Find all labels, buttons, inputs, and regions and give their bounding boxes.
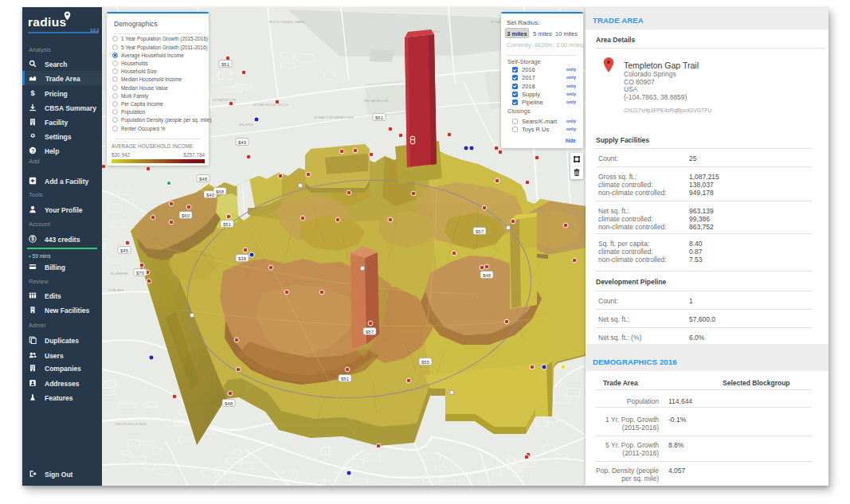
svg-text:$51: $51	[221, 62, 230, 67]
svg-text:$49: $49	[238, 140, 247, 145]
svg-text:$48: $48	[483, 273, 492, 278]
svg-text:$51: $51	[223, 222, 232, 227]
svg-text:KELKER: KELKER	[239, 123, 253, 127]
svg-text:ROCK CREEK PARK: ROCK CREEK PARK	[269, 20, 304, 24]
svg-text:$57: $57	[366, 330, 374, 334]
svg-text:STRATTON MEADOWS: STRATTON MEADOWS	[314, 115, 354, 119]
svg-text:$70: $70	[136, 271, 145, 275]
svg-text:STRATMOOR HILLS: STRATMOOR HILLS	[253, 103, 288, 107]
svg-text:ELSMERE: ELSMERE	[111, 272, 128, 275]
svg-text:$38: $38	[238, 256, 247, 261]
svg-text:?: ?	[31, 148, 34, 154]
svg-text:$61: $61	[375, 115, 384, 120]
svg-text:$48: $48	[199, 177, 208, 182]
svg-text:$68: $68	[216, 189, 225, 194]
svg-text:BROADMOOR: BROADMOOR	[364, 99, 389, 103]
svg-text:$51: $51	[341, 377, 350, 381]
svg-text:$: $	[31, 89, 35, 97]
svg-text:$45: $45	[120, 248, 129, 253]
svg-text:$55: $55	[421, 360, 430, 365]
svg-text:$60: $60	[182, 213, 190, 218]
svg-text:$57: $57	[476, 229, 484, 234]
svg-text:$: $	[31, 236, 34, 242]
svg-text:$48: $48	[225, 401, 233, 406]
svg-text:UNION HILLS AVE: UNION HILLS AVE	[115, 422, 147, 426]
svg-text:TON AVE: TON AVE	[108, 288, 124, 292]
